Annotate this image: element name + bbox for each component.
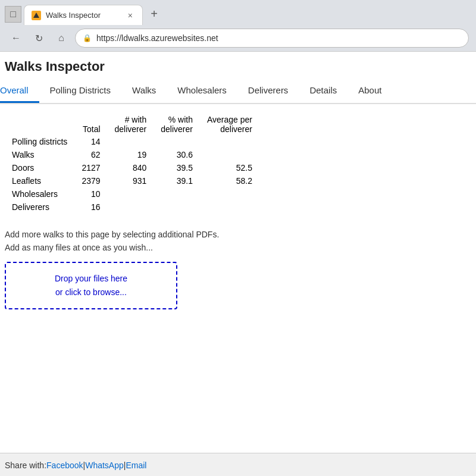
col-header-avg-deliverer: Average perdeliverer xyxy=(200,114,259,135)
share-bar: Share with: Facebook | WhatsApp | Email xyxy=(0,453,476,476)
cell-pct-deliverer: 30.6 xyxy=(154,148,200,161)
window-control[interactable]: □ xyxy=(5,6,21,23)
table-row: Doors 2127 840 39.5 52.5 xyxy=(5,161,259,174)
cell-total: 14 xyxy=(74,135,107,148)
tab-details[interactable]: Details xyxy=(299,79,347,103)
page-title: Walks Inspector xyxy=(0,59,476,79)
svg-marker-0 xyxy=(33,12,39,18)
cell-with-deliverer xyxy=(108,135,154,148)
col-header-pct-deliverer: % withdeliverer xyxy=(154,114,200,135)
tab-overall[interactable]: Overall xyxy=(0,79,39,103)
cell-pct-deliverer xyxy=(154,187,200,201)
toolbar: ← ↻ ⌂ 🔒 https://ldwalks.azurewebsites.ne… xyxy=(0,25,476,51)
table-row: Polling districts 14 xyxy=(5,135,259,148)
cell-avg-deliverer xyxy=(200,187,259,201)
add-walks-section: Add more walks to this page by selecting… xyxy=(0,218,476,321)
refresh-button[interactable]: ↻ xyxy=(30,29,48,47)
cell-with-deliverer xyxy=(108,187,154,201)
cell-label: Polling districts xyxy=(5,135,74,148)
new-tab-button[interactable]: + xyxy=(145,5,163,23)
share-label: Share with: xyxy=(5,461,46,470)
active-tab[interactable]: Walks Inspector × xyxy=(24,5,143,25)
tab-close-button[interactable]: × xyxy=(126,10,135,21)
col-header-with-deliverer: # withdeliverer xyxy=(108,114,154,135)
add-walks-text2: Add as many files at once as you wish... xyxy=(5,241,471,254)
table-row: Leaflets 2379 931 39.1 58.2 xyxy=(5,174,259,187)
tab-polling-districts[interactable]: Polling Districts xyxy=(39,79,122,103)
address-bar[interactable]: 🔒 https://ldwalks.azurewebsites.net xyxy=(75,29,469,48)
lock-icon: 🔒 xyxy=(83,34,92,42)
col-header-total: Total xyxy=(74,114,107,135)
cell-label: Doors xyxy=(5,161,74,174)
table-row: Deliverers 16 xyxy=(5,201,259,214)
drop-zone-line2: or click to browse... xyxy=(55,286,127,299)
add-walks-text1: Add more walks to this page by selecting… xyxy=(5,228,471,241)
tab-favicon xyxy=(32,11,41,20)
cell-with-deliverer: 19 xyxy=(108,148,154,161)
home-button[interactable]: ⌂ xyxy=(52,29,70,47)
cell-label: Deliverers xyxy=(5,201,74,214)
cell-label: Leaflets xyxy=(5,174,74,187)
tab-walks[interactable]: Walks xyxy=(121,79,167,103)
drop-zone[interactable]: Drop your files here or click to browse.… xyxy=(5,262,177,309)
cell-with-deliverer xyxy=(108,201,154,214)
cell-pct-deliverer xyxy=(154,201,200,214)
url-text: https://ldwalks.azurewebsites.net xyxy=(96,33,461,43)
cell-pct-deliverer xyxy=(154,135,200,148)
col-header-label xyxy=(5,114,74,135)
back-button[interactable]: ← xyxy=(7,29,25,47)
cell-avg-deliverer xyxy=(200,135,259,148)
cell-total: 62 xyxy=(74,148,107,161)
cell-with-deliverer: 931 xyxy=(108,174,154,187)
page-content: Walks Inspector Overall Polling District… xyxy=(0,52,476,453)
cell-total: 2127 xyxy=(74,161,107,174)
drop-zone-line1: Drop your files here xyxy=(55,272,127,285)
cell-total: 2379 xyxy=(74,174,107,187)
table-row: Wholesalers 10 xyxy=(5,187,259,201)
tab-wholesalers[interactable]: Wholesalers xyxy=(167,79,237,103)
cell-total: 16 xyxy=(74,201,107,214)
share-email[interactable]: Email xyxy=(126,461,146,470)
cell-avg-deliverer xyxy=(200,148,259,161)
stats-table: Total # withdeliverer % withdeliverer Av… xyxy=(5,114,259,214)
tab-bar: □ Walks Inspector × + xyxy=(0,0,476,25)
cell-total: 10 xyxy=(74,187,107,201)
cell-label: Wholesalers xyxy=(5,187,74,201)
tab-about[interactable]: About xyxy=(347,79,392,103)
share-whatsapp[interactable]: WhatsApp xyxy=(85,461,124,470)
cell-avg-deliverer xyxy=(200,201,259,214)
share-facebook[interactable]: Facebook xyxy=(46,461,83,470)
cell-pct-deliverer: 39.1 xyxy=(154,174,200,187)
table-row: Walks 62 19 30.6 xyxy=(5,148,259,161)
nav-tabs: Overall Polling Districts Walks Wholesal… xyxy=(0,79,476,104)
cell-pct-deliverer: 39.5 xyxy=(154,161,200,174)
tab-deliverers[interactable]: Deliverers xyxy=(237,79,299,103)
browser-chrome: □ Walks Inspector × + ← ↻ ⌂ 🔒 https://ld… xyxy=(0,0,476,52)
cell-avg-deliverer: 58.2 xyxy=(200,174,259,187)
cell-avg-deliverer: 52.5 xyxy=(200,161,259,174)
cell-with-deliverer: 840 xyxy=(108,161,154,174)
cell-label: Walks xyxy=(5,148,74,161)
tab-title: Walks Inspector xyxy=(46,11,121,20)
